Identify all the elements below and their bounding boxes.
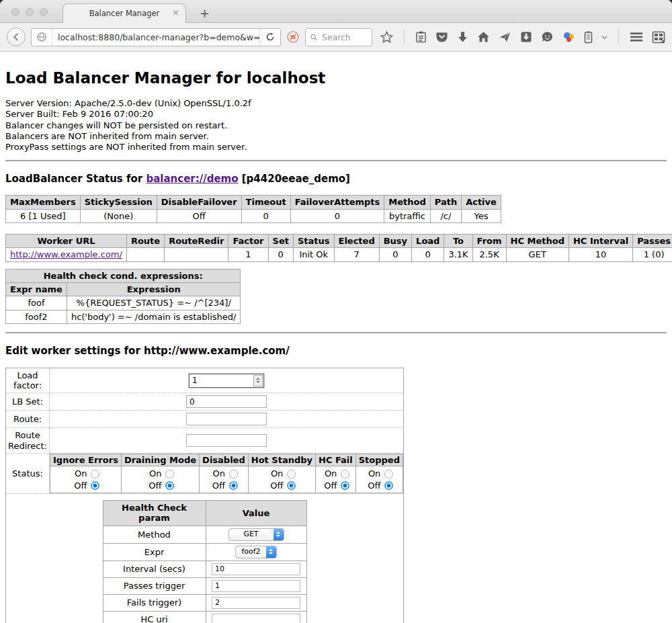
loadbalancer-status-heading: LoadBalancer Status for balancer://demo … (5, 173, 667, 185)
col-routeredir: RouteRedir (165, 235, 228, 248)
status-options-table: Ignore Errors Draining Mode Disabled Hot… (50, 454, 403, 493)
ignore-errors-off-radio[interactable] (91, 481, 99, 490)
hot-standby-off-radio[interactable] (287, 481, 296, 490)
draining-mode-on-radio[interactable] (165, 470, 174, 479)
hc-uri-row: HC uri (103, 611, 306, 623)
disabled-off-radio[interactable] (229, 481, 238, 490)
col-set: Set (268, 235, 293, 248)
close-tab-icon[interactable]: × (172, 8, 179, 17)
pocket-icon[interactable] (435, 31, 448, 43)
tab-groups-icon[interactable] (652, 31, 665, 44)
status-value: Init Ok (293, 248, 334, 261)
health-check-table: Health Check param Value Method GET (103, 500, 307, 623)
number-stepper-icon[interactable] (253, 375, 263, 386)
balancer-header-row: MaxMembers StickySession DisableFailover… (6, 196, 501, 209)
hc-fail-off-radio[interactable] (341, 481, 349, 490)
set-value: 0 (268, 248, 293, 261)
heading-prefix: LoadBalancer Status for (5, 173, 146, 185)
maxmembers-value: 6 [1 Used] (6, 209, 81, 222)
back-arrow-icon (11, 32, 21, 42)
battery-panel-icon[interactable] (584, 31, 593, 44)
reload-button[interactable] (259, 29, 280, 46)
col-ignore-errors: Ignore Errors (50, 454, 122, 466)
worker-header-row: Worker URL Route RouteRedir Factor Set S… (6, 235, 672, 248)
lb-set-input[interactable] (186, 395, 267, 408)
hot-standby-on-radio[interactable] (287, 470, 296, 479)
col-expr-name: Expr name (6, 283, 67, 296)
col-expression: Expression (67, 283, 241, 296)
off-label: Off (210, 481, 225, 491)
col-disabled: Disabled (200, 454, 249, 466)
route-input[interactable] (186, 413, 267, 425)
passes-label: Passes trigger (103, 577, 206, 594)
hc-uri-input[interactable] (212, 614, 300, 623)
divider (5, 160, 667, 161)
search-bar[interactable] (305, 28, 372, 46)
expr-expression: %{REQUEST_STATUS} =~ /^[234]/ (67, 296, 241, 310)
url-text[interactable]: localhost:8880/balancer-manager?b=demo&w… (52, 32, 259, 42)
stopped-on-radio[interactable] (384, 470, 393, 479)
menu-hamburger-icon[interactable] (630, 32, 643, 42)
load-factor-label: Load factor: (6, 368, 50, 393)
col-passes: Passes (633, 235, 672, 248)
zoom-window-button[interactable] (40, 8, 48, 16)
ignore-errors-on-radio[interactable] (91, 470, 99, 479)
col-elected: Elected (334, 235, 379, 248)
load-value: 0 (412, 248, 444, 261)
send-plane-icon[interactable] (499, 31, 511, 43)
col-hc-fail: HC Fail (316, 454, 356, 466)
fails-input[interactable] (212, 597, 300, 609)
interval-row: Interval (secs) (103, 560, 306, 577)
busy-value: 0 (379, 248, 411, 261)
back-button[interactable] (7, 28, 26, 46)
interval-input[interactable] (212, 563, 300, 575)
col-hc-method: HC Method (506, 235, 569, 248)
load-factor-input[interactable] (190, 376, 253, 385)
new-tab-button[interactable]: + (200, 7, 210, 19)
method-row: Method GET (103, 526, 306, 543)
minimize-window-button[interactable] (26, 8, 34, 16)
toolbar-separator (618, 30, 619, 44)
close-window-button[interactable] (11, 8, 19, 16)
status-row: Status: Ignore Errors Draining Mode Disa… (6, 454, 404, 494)
col-method: Method (384, 196, 430, 209)
hc-method-value: GET (506, 248, 569, 261)
site-identity-globe-icon[interactable] (32, 29, 52, 46)
draining-mode-off-radio[interactable] (165, 481, 174, 490)
overflow-caret-icon[interactable] (601, 35, 607, 40)
col-status: Status (293, 235, 334, 248)
url-bar[interactable]: localhost:8880/balancer-manager?b=demo&w… (31, 28, 281, 46)
col-health-value: Value (206, 501, 306, 526)
worker-row: http://www.example.com/ 1 0 Init Ok 7 0 … (6, 248, 672, 261)
load-factor-row: Load factor: (6, 368, 404, 393)
on-label: On (365, 468, 380, 479)
method-select[interactable]: GET (228, 528, 284, 541)
search-input[interactable] (321, 32, 367, 43)
expr-select[interactable]: foof2 (235, 546, 276, 558)
panel-download-icon[interactable] (520, 31, 532, 43)
disabled-on-radio[interactable] (229, 470, 238, 479)
method-selected-value: GET (229, 529, 274, 540)
stopped-off-radio[interactable] (384, 481, 393, 490)
clipboard-icon[interactable] (415, 31, 427, 43)
hc-fail-on-radio[interactable] (341, 470, 349, 479)
expr-table-title: Health check cond. expressions: (6, 269, 241, 282)
balancer-demo-link[interactable]: balancer://demo (146, 173, 238, 185)
col-from: From (472, 235, 506, 248)
home-icon[interactable] (477, 31, 490, 43)
bookmark-star-icon[interactable] (380, 31, 393, 44)
navigation-toolbar: localhost:8880/balancer-manager?b=demo&w… (0, 23, 672, 52)
tab-balancer-manager[interactable]: Balancer Manager × (62, 3, 186, 23)
window-controls (11, 8, 48, 16)
fails-row: Fails trigger) (103, 594, 306, 611)
col-active: Active (462, 196, 501, 209)
search-icon (310, 33, 317, 42)
passes-input[interactable] (212, 580, 300, 592)
download-icon[interactable] (457, 31, 468, 43)
feedback-smiley-icon[interactable] (541, 31, 554, 43)
col-load: Load (412, 235, 444, 248)
worker-url-link[interactable]: http://www.example.com/ (10, 249, 122, 259)
content-blocked-icon[interactable] (286, 30, 300, 44)
share-colors-icon[interactable] (562, 31, 575, 43)
route-redirect-input[interactable] (186, 434, 267, 447)
